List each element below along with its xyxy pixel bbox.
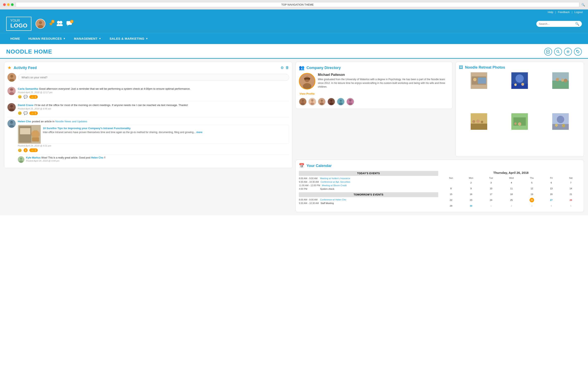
cal-day[interactable]: 12 xyxy=(522,186,542,191)
cal-day[interactable]: 2 xyxy=(501,203,522,209)
add-page-icon[interactable] xyxy=(544,48,552,56)
cal-day[interactable]: 16 xyxy=(461,191,481,197)
cal-day[interactable]: 25 xyxy=(501,197,522,203)
event-2-name[interactable]: Conference w/ Apt. Securities xyxy=(320,181,350,183)
dir-avatar-4[interactable] xyxy=(327,98,335,106)
cal-day[interactable]: 20 xyxy=(542,191,561,197)
logout-link[interactable]: Logout xyxy=(574,11,583,14)
retreat-photos-card: 🖼 Noodle Retreat Photos xyxy=(456,62,584,157)
dir-avatar-3[interactable] xyxy=(318,98,326,106)
cal-day[interactable]: 29 xyxy=(441,203,461,209)
cal-day[interactable] xyxy=(441,180,461,186)
helen-like-btn[interactable]: 👍 2 xyxy=(29,148,38,152)
nav-management[interactable]: MANAGEMENT ▼ xyxy=(70,33,105,44)
maximize-dot[interactable] xyxy=(11,3,14,6)
settings-page-icon[interactable] xyxy=(564,48,572,56)
cal-day[interactable]: 19 xyxy=(522,191,542,197)
nav-hr[interactable]: HUMAN RESOURCES ▼ xyxy=(24,33,70,44)
carla-text: Good afternoon everyone! Just a reminder… xyxy=(39,87,190,90)
comment-helen-link[interactable]: Helen Cho xyxy=(91,156,103,159)
cal-day[interactable]: 7 xyxy=(561,180,581,186)
carla-react-icon[interactable]: 😊 xyxy=(18,95,22,99)
kyle-name[interactable]: Kyle Markus xyxy=(26,156,41,159)
search-icon[interactable]: 🔍 xyxy=(575,22,579,26)
user-avatar[interactable] xyxy=(36,19,45,29)
cal-day[interactable]: 26 xyxy=(522,197,542,203)
filter-icon[interactable]: ⚙ xyxy=(281,66,284,70)
calendar-layout: TODAY'S EVENTS 8:00 AM - 9:00 AM Meeting… xyxy=(299,171,581,209)
cal-day[interactable]: 21 xyxy=(561,191,581,197)
carla-like-btn[interactable]: 👍 1 xyxy=(29,95,38,99)
cal-day[interactable]: 3 xyxy=(522,203,542,209)
help-link[interactable]: Help xyxy=(548,11,553,14)
cal-day[interactable]: 23 xyxy=(461,197,481,203)
cal-day[interactable]: 14 xyxy=(561,186,581,191)
close-dot[interactable] xyxy=(3,3,6,6)
cal-day[interactable]: 24 xyxy=(481,197,501,203)
cal-day[interactable]: 5 xyxy=(561,203,581,209)
photo-3[interactable] xyxy=(541,72,581,112)
chat-notifications[interactable]: 2 xyxy=(66,21,72,27)
cal-day[interactable]: 5 xyxy=(522,180,542,186)
david-like-btn[interactable]: 👍 3 xyxy=(29,111,38,115)
david-react-icon[interactable]: 😊 xyxy=(18,111,22,115)
search-box[interactable]: 🔍 xyxy=(536,21,582,27)
carla-comment-icon[interactable]: 💬 xyxy=(23,95,28,99)
carla-name[interactable]: Carla Samantha xyxy=(18,87,38,90)
photo-1[interactable] xyxy=(459,72,499,112)
cal-day[interactable]: 6 xyxy=(542,180,561,186)
cal-day[interactable]: 4 xyxy=(542,203,561,209)
photo-6[interactable] xyxy=(541,113,581,153)
helen-react-icon[interactable]: 😊 xyxy=(18,148,22,152)
dir-avatar-2[interactable] xyxy=(308,98,316,106)
photo-5[interactable] xyxy=(500,113,540,153)
cal-day[interactable]: 10 xyxy=(481,186,501,191)
event-1-name[interactable]: Meeting w/ Kellen's Insurance xyxy=(320,177,350,180)
tmr-event-1-name[interactable]: Conference w/ Helen Cho xyxy=(320,198,346,201)
cal-day[interactable]: 1 xyxy=(481,203,501,209)
david-name[interactable]: David Crane xyxy=(18,104,33,107)
address-bar[interactable]: TOP NAVIGATION THEME xyxy=(16,2,579,7)
nav-home[interactable]: HOME xyxy=(6,33,24,44)
compose-input[interactable] xyxy=(18,74,289,81)
cal-day[interactable]: 15 xyxy=(441,191,461,197)
cal-day[interactable]: 11 xyxy=(501,186,522,191)
view-profile-button[interactable]: View Profile xyxy=(299,92,314,95)
cal-day[interactable]: 18 xyxy=(501,191,522,197)
cal-day[interactable]: 27 xyxy=(542,197,561,203)
helen-comment-count[interactable]: 1 xyxy=(23,148,28,152)
people-icon[interactable] xyxy=(56,21,63,27)
delete-icon[interactable]: 🗑 xyxy=(285,66,289,70)
dir-avatar-6[interactable] xyxy=(346,98,354,106)
cal-day[interactable]: 30 xyxy=(461,203,481,209)
cal-day[interactable]: 3 xyxy=(481,180,501,186)
photo-4[interactable] xyxy=(459,113,499,153)
david-comment-icon[interactable]: 💬 xyxy=(23,111,28,115)
cal-day[interactable]: 2 xyxy=(461,180,481,186)
star-notifications[interactable]: ★ 1 xyxy=(49,21,53,27)
cal-day[interactable]: 22 xyxy=(441,197,461,203)
noodle-news-link[interactable]: Noodle News and Updates xyxy=(55,120,87,123)
event-3-name[interactable]: Meeting w/ Bloom Credit xyxy=(322,184,347,187)
logo[interactable]: YOUR LOGO xyxy=(6,17,31,31)
nav-sales[interactable]: SALES & MARKETING ▼ xyxy=(105,33,152,44)
dir-avatar-1[interactable] xyxy=(299,98,307,106)
photo-2[interactable] xyxy=(500,72,540,112)
cal-day[interactable]: 4 xyxy=(501,180,522,186)
dir-avatar-5[interactable] xyxy=(337,98,345,106)
cal-day[interactable]: 17 xyxy=(481,191,501,197)
tag-page-icon[interactable] xyxy=(574,48,582,56)
article-more-link[interactable]: more xyxy=(196,131,202,134)
cal-day[interactable]: 28 xyxy=(561,197,581,203)
search-input[interactable] xyxy=(539,22,575,25)
search-page-icon[interactable] xyxy=(554,48,562,56)
cal-day[interactable]: 9 xyxy=(461,186,481,191)
cal-day[interactable]: 8 xyxy=(441,186,461,191)
article-title[interactable]: 10 Surefire Tips for Improving your Comp… xyxy=(43,127,287,130)
feedback-link[interactable]: Feedback xyxy=(558,11,570,14)
helen-name[interactable]: Helen Cho xyxy=(18,120,31,123)
kyle-comment: Kyle Markus Wow! This is a really great … xyxy=(18,154,289,163)
cal-wed: Wed xyxy=(501,176,522,180)
minimize-dot[interactable] xyxy=(7,3,10,6)
cal-day[interactable]: 13 xyxy=(542,186,561,191)
